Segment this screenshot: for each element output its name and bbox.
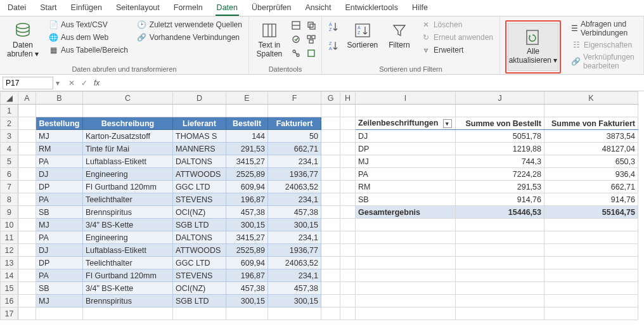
row-header-1[interactable]: 1: [1, 105, 18, 117]
cell-D10[interactable]: SGB LTD: [173, 219, 226, 231]
cell-B13[interactable]: DP: [36, 257, 83, 269]
cell-I11[interactable]: [356, 231, 456, 244]
existing-connections-button[interactable]: 🔗Vorhandene Verbindungen: [134, 32, 245, 43]
tab-hilfe[interactable]: Hilfe: [411, 2, 429, 16]
cell-B9[interactable]: SB: [36, 206, 83, 219]
cell-A4[interactable]: [18, 143, 36, 155]
row-header-11[interactable]: 11: [1, 231, 18, 244]
cell-A6[interactable]: [18, 168, 36, 181]
cell-E1[interactable]: [226, 105, 268, 117]
col-header-G[interactable]: G: [321, 92, 340, 105]
cell-I15[interactable]: [356, 282, 456, 295]
fx-icon[interactable]: fx: [94, 79, 100, 87]
cell-E11[interactable]: 3415,27: [226, 231, 268, 244]
cell-J15[interactable]: [456, 282, 544, 295]
tab-seitenlayout[interactable]: Seitenlayout: [115, 2, 161, 16]
cell-A12[interactable]: [18, 244, 36, 257]
cell-A5[interactable]: [18, 155, 36, 168]
cell-J9[interactable]: 15446,53: [456, 206, 544, 219]
cell-D17[interactable]: [173, 307, 226, 320]
cell-E7[interactable]: 609,94: [226, 181, 268, 193]
cell-J5[interactable]: 744,3: [456, 155, 544, 168]
cell-C4[interactable]: Tinte für Mai: [83, 143, 173, 155]
cell-H9[interactable]: [340, 206, 356, 219]
cell-J10[interactable]: [456, 219, 544, 231]
row-header-4[interactable]: 4: [1, 143, 18, 155]
cell-B6[interactable]: DJ: [36, 168, 83, 181]
select-all-corner[interactable]: ◢: [1, 92, 18, 105]
cell-D9[interactable]: OCI(NZ): [173, 206, 226, 219]
cell-G11[interactable]: [321, 231, 340, 244]
cell-J4[interactable]: 1219,88: [456, 143, 544, 155]
cell-E13[interactable]: 609,94: [226, 257, 268, 269]
cell-K4[interactable]: 48127,04: [544, 143, 638, 155]
row-header-17[interactable]: 17: [1, 307, 18, 320]
sort-desc-button[interactable]: ZA: [326, 38, 341, 53]
cell-A17[interactable]: [18, 307, 36, 320]
cell-H2[interactable]: [340, 117, 356, 130]
cell-C3[interactable]: Karton-Zusatzstoff: [83, 130, 173, 143]
remove-duplicates-button[interactable]: [305, 19, 318, 32]
row-header-16[interactable]: 16: [1, 295, 18, 307]
cell-G1[interactable]: [321, 105, 340, 117]
row-header-6[interactable]: 6: [1, 168, 18, 181]
cell-E10[interactable]: 300,15: [226, 219, 268, 231]
sort-asc-button[interactable]: AZ: [326, 19, 341, 34]
cell-G14[interactable]: [321, 269, 340, 282]
cell-F10[interactable]: 300,15: [268, 219, 321, 231]
cell-E12[interactable]: 2525,89: [226, 244, 268, 257]
cell-H4[interactable]: [340, 143, 356, 155]
cell-C8[interactable]: Teelichthalter: [83, 193, 173, 206]
row-header-14[interactable]: 14: [1, 269, 18, 282]
cell-B16[interactable]: MJ: [36, 295, 83, 307]
col-header-C[interactable]: C: [83, 92, 173, 105]
cell-F3[interactable]: 50: [268, 130, 321, 143]
cell-E2[interactable]: Bestellt: [226, 117, 268, 130]
formula-input[interactable]: [106, 77, 644, 89]
cell-K8[interactable]: 914,76: [544, 193, 638, 206]
cell-E6[interactable]: 2525,89: [226, 168, 268, 181]
row-header-5[interactable]: 5: [1, 155, 18, 168]
cell-I16[interactable]: [356, 295, 456, 307]
cell-B12[interactable]: DJ: [36, 244, 83, 257]
cell-I8[interactable]: SB: [356, 193, 456, 206]
cell-B8[interactable]: PA: [36, 193, 83, 206]
cell-J14[interactable]: [456, 269, 544, 282]
cell-F9[interactable]: 457,38: [268, 206, 321, 219]
cell-A8[interactable]: [18, 193, 36, 206]
cell-H8[interactable]: [340, 193, 356, 206]
cell-A2[interactable]: [18, 117, 36, 130]
cell-B17[interactable]: [36, 307, 83, 320]
cell-J6[interactable]: 7224,28: [456, 168, 544, 181]
tab-entwicklertools[interactable]: Entwicklertools: [344, 2, 399, 16]
cell-I12[interactable]: [356, 244, 456, 257]
cell-A13[interactable]: [18, 257, 36, 269]
tab-formeln[interactable]: Formeln: [172, 2, 204, 16]
row-header-13[interactable]: 13: [1, 257, 18, 269]
col-header-H[interactable]: H: [340, 92, 356, 105]
cell-G13[interactable]: [321, 257, 340, 269]
cell-F13[interactable]: 24063,52: [268, 257, 321, 269]
cell-B11[interactable]: PA: [36, 231, 83, 244]
data-model-button[interactable]: [305, 47, 318, 60]
cell-D11[interactable]: DALTONS: [173, 231, 226, 244]
tab-einfügen[interactable]: Einfügen: [70, 2, 103, 16]
cell-G16[interactable]: [321, 295, 340, 307]
cell-J13[interactable]: [456, 257, 544, 269]
col-header-I[interactable]: I: [356, 92, 456, 105]
row-header-9[interactable]: 9: [1, 206, 18, 219]
cell-G15[interactable]: [321, 282, 340, 295]
cell-D12[interactable]: ATTWOODS: [173, 244, 226, 257]
cell-I6[interactable]: PA: [356, 168, 456, 181]
tab-datei[interactable]: Datei: [6, 2, 27, 16]
cell-H16[interactable]: [340, 295, 356, 307]
cell-F6[interactable]: 1936,77: [268, 168, 321, 181]
cell-E15[interactable]: 457,38: [226, 282, 268, 295]
cell-I3[interactable]: DJ: [356, 130, 456, 143]
cell-C6[interactable]: Engineering: [83, 168, 173, 181]
row-header-3[interactable]: 3: [1, 130, 18, 143]
cell-C1[interactable]: [83, 105, 173, 117]
cell-G17[interactable]: [321, 307, 340, 320]
cell-H7[interactable]: [340, 181, 356, 193]
cell-B5[interactable]: PA: [36, 155, 83, 168]
